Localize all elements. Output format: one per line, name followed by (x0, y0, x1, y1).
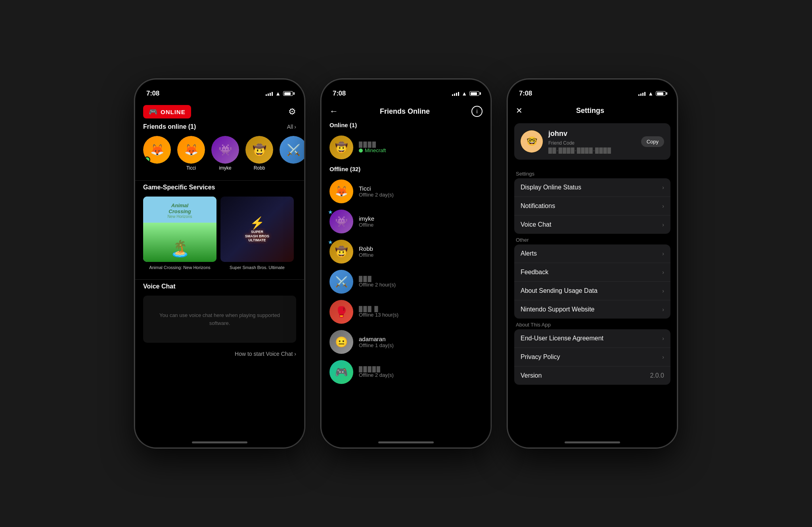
divider-2 (135, 279, 304, 280)
game-card-ssb[interactable]: ⚡ SUPERSMASH BROSULTIMATE (220, 197, 294, 262)
friends-list-scroll[interactable]: Online (1) 🤠 ████ Minecraft (322, 122, 490, 447)
friend-item-4[interactable]: ⚔️ ‎ (280, 136, 304, 171)
copy-button[interactable]: Copy (641, 136, 664, 147)
offline-avatar-5: 😐 (329, 330, 353, 354)
friend-avatar-2: 👾 ★ (211, 136, 239, 164)
offline-friend-row-3[interactable]: ⚔️ ███ Offline 2 hour(s) (329, 267, 483, 297)
phone-3: 7:08 ▲ ✕ Settings (507, 79, 678, 448)
chevron-icon-1: › (662, 203, 664, 209)
offline-friend-name-2: Robb (359, 245, 483, 252)
offline-friend-info-1: imyke Offline (359, 215, 483, 228)
user-avatar: 🤓 (521, 130, 543, 153)
friend-name-2: imyke (219, 165, 231, 171)
settings-item-version: Version 2.0.0 (514, 367, 670, 385)
friend-name-1: Ticci (186, 165, 196, 171)
about-section-header: About This App (508, 319, 677, 329)
offline-friend-row-1[interactable]: ★ 👾 imyke Offline (329, 206, 483, 237)
about-list: End-User License Agreement › Privacy Pol… (514, 329, 670, 385)
battery-icon-2 (469, 91, 479, 96)
version-label: Version (521, 372, 542, 379)
online-dot-small (359, 149, 363, 153)
settings-item-notifications[interactable]: Notifications › (514, 197, 670, 216)
settings-item-eula[interactable]: End-User License Agreement › (514, 329, 670, 348)
friend-item-3[interactable]: 🤠 Robb (245, 136, 273, 171)
settings-item-support[interactable]: Nintendo Support Website › (514, 300, 670, 319)
friend-code-value: ██-████-████-████ (548, 147, 636, 153)
chevron-icon-3: › (662, 250, 664, 257)
offline-friend-name-6: █████ (359, 366, 483, 372)
s3-header: ✕ Settings (508, 102, 677, 120)
s3-title: Settings (576, 107, 604, 115)
notch-2 (381, 84, 431, 99)
star-badge-2: ★ (235, 136, 239, 141)
wifi-icon-2: ▲ (462, 90, 467, 97)
games-section: Game-Specific Services AnimalCrossing Ne… (135, 184, 304, 276)
back-button[interactable]: ← (329, 106, 338, 116)
time-3: 7:08 (519, 90, 532, 97)
offline-friend-status-6: Offline 2 day(s) (359, 372, 483, 378)
offline-friend-info-4: ███ █ Offline 13 hour(s) (359, 306, 483, 318)
offline-friend-status-4: Offline 13 hour(s) (359, 312, 483, 318)
settings-item-usage-data[interactable]: About Sending Usage Data › (514, 282, 670, 300)
offline-friend-row-0[interactable]: 🦊 Ticci Offline 2 day(s) (329, 176, 483, 206)
friend-item-2[interactable]: 👾 ★ imyke (211, 136, 239, 171)
games-section-header: Game-Specific Services (143, 184, 296, 191)
friend-avatar-1: 🦊 ★ (177, 136, 205, 164)
voice-chat-section: Voice Chat You can use voice chat here w… (135, 283, 304, 361)
signal-icon-2 (452, 91, 459, 96)
friends-section-header: Friends online (1) All › (143, 123, 296, 130)
status-icons-3: ▲ (638, 90, 666, 97)
settings-item-privacy[interactable]: Privacy Policy › (514, 348, 670, 367)
info-button[interactable]: i (471, 106, 483, 117)
online-friend-row-0[interactable]: 🤠 ████ Minecraft (329, 132, 483, 162)
phone-2: 7:08 ▲ ← Friends On (321, 79, 491, 448)
wifi-icon-3: ▲ (648, 90, 653, 97)
settings-scroll[interactable]: 🤓 johnv Friend Code ██-████-████-████ Co… (508, 120, 677, 447)
offline-avatar-6: 🎮 (329, 360, 353, 384)
nintendo-badge[interactable]: 🎮 ONLINE (143, 105, 191, 118)
offline-friend-name-5: adamaran (359, 336, 483, 342)
chevron-icon-8: › (662, 354, 664, 360)
offline-friend-status-3: Offline 2 hour(s) (359, 282, 483, 288)
home-indicator-2 (378, 441, 434, 443)
phone-1: 7:08 ▲ (134, 79, 305, 448)
notch-1 (195, 84, 245, 99)
status-icons-2: ▲ (452, 90, 479, 97)
chevron-icon-6: › (662, 306, 664, 313)
online-avatar-0: 🤠 (329, 136, 353, 159)
other-section-header: Other (508, 234, 677, 244)
offline-friend-row-6[interactable]: 🎮 █████ Offline 2 day(s) (329, 357, 483, 387)
s2-title: Friends Online (380, 107, 430, 116)
close-button[interactable]: ✕ (516, 106, 523, 115)
all-link[interactable]: All › (287, 124, 296, 130)
offline-friend-row-4[interactable]: 🥊 ███ █ Offline 13 hour(s) (329, 297, 483, 327)
online-friend-name-0: ████ (359, 141, 483, 147)
offline-label: Offline (32) (329, 166, 483, 172)
offline-friend-name-4: ███ █ (359, 306, 483, 312)
friend-item-0[interactable]: 🦊 ‎ (143, 136, 171, 171)
settings-list: Display Online Status › Notifications › … (514, 178, 670, 234)
friends-title: Friends online (1) (143, 123, 196, 130)
game-card-ac[interactable]: AnimalCrossing New Horizons 🏝️ (143, 197, 216, 262)
settings-item-feedback[interactable]: Feedback › (514, 263, 670, 282)
settings-item-alerts[interactable]: Alerts › (514, 244, 670, 263)
online-friend-info-0: ████ Minecraft (359, 141, 483, 153)
time-1: 7:08 (146, 90, 159, 97)
chevron-icon-2: › (662, 221, 664, 228)
offline-friend-name-3: ███ (359, 276, 483, 282)
offline-friend-name-1: imyke (359, 215, 483, 222)
settings-icon[interactable]: ⚙ (288, 107, 296, 117)
divider-1 (135, 180, 304, 181)
offline-friend-status-0: Offline 2 day(s) (359, 192, 483, 198)
chevron-icon-0: › (662, 184, 664, 191)
friends-avatars: 🦊 ‎ 🦊 ★ (143, 136, 296, 171)
settings-item-voice-chat[interactable]: Voice Chat › (514, 216, 670, 234)
friend-item-1[interactable]: 🦊 ★ Ticci (177, 136, 205, 171)
settings-item-display-online[interactable]: Display Online Status › (514, 178, 670, 197)
offline-friend-row-5[interactable]: 😐 adamaran Offline 1 day(s) (329, 327, 483, 357)
mii-face: 🤓 (521, 130, 543, 153)
nintendo-logo: 🎮 (149, 107, 157, 116)
offline-friend-row-2[interactable]: ★ 🤠 Robb Offline (329, 237, 483, 267)
chevron-icon-4: › (662, 269, 664, 275)
voice-chat-link[interactable]: How to start Voice Chat › (143, 347, 296, 361)
